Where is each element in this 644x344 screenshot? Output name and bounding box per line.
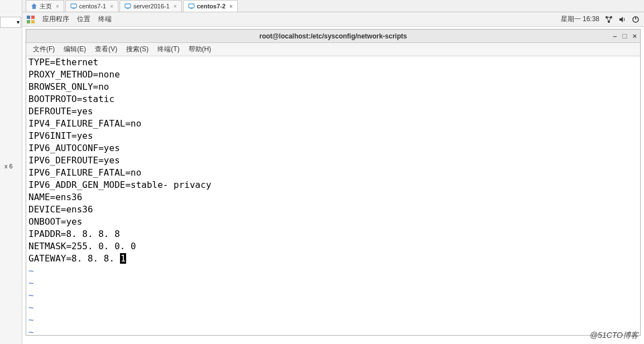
window-title: root@localhost:/etc/sysconfig/network-sc… [259,32,407,40]
tab-主页[interactable]: 主页× [26,0,64,12]
window-titlebar[interactable]: root@localhost:/etc/sysconfig/network-sc… [26,30,640,43]
vim-tilde: ~ [28,302,34,313]
left-dropdown[interactable]: ▾ [0,17,21,28]
menu-file[interactable]: 文件(F) [30,43,58,56]
cursor: 1 [120,253,127,264]
tab-centos7-2[interactable]: centos7-2× [183,0,238,12]
svg-rect-9 [31,20,35,23]
terminal-content[interactable]: TYPE=Ethernet PROXY_METHOD=none BROWSER_… [26,56,640,335]
menu-view[interactable]: 查看(V) [92,43,121,56]
svg-rect-3 [127,8,129,9]
left-sidebar: ▾ x 6 [0,0,22,344]
applications-menu[interactable]: 应用程序 [42,14,69,24]
svg-rect-8 [27,20,30,23]
menu-terminal[interactable]: 终端(T) [154,43,182,56]
minimize-button[interactable]: – [613,32,617,40]
vim-tilde: ~ [28,265,34,276]
tab-label: server2016-1 [133,3,170,9]
places-menu[interactable]: 位置 [77,14,90,24]
gnome-left: 应用程序 位置 终端 [27,14,112,24]
tab-label: centos7-1 [79,3,106,9]
close-icon[interactable]: × [56,3,59,9]
menu-help[interactable]: 帮助(H) [185,43,215,56]
maximize-button[interactable]: □ [623,32,627,40]
tab-label: 主页 [40,2,52,11]
vim-tilde: ~ [28,290,34,301]
vm-icon [188,3,195,9]
terminal-window: root@localhost:/etc/sysconfig/network-sc… [26,29,641,336]
volume-icon[interactable] [618,16,626,23]
close-button[interactable]: × [632,32,637,40]
vm-icon [70,3,77,9]
svg-rect-7 [31,16,35,19]
gnome-right: 星期一 16:38 [561,14,640,24]
vim-tilde: ~ [28,327,34,335]
menu-edit[interactable]: 编辑(E) [60,43,89,56]
vm-icon [124,3,131,9]
svg-rect-0 [71,4,76,8]
close-icon[interactable]: × [110,3,113,9]
left-label: x 6 [4,163,13,169]
vim-tilde: ~ [28,278,34,288]
app-launcher-icon[interactable] [27,16,35,23]
chevron-down-icon: ▾ [17,19,20,25]
main-area: 主页×centos7-1×server2016-1×centos7-2× 应用程… [22,0,644,344]
tab-bar: 主页×centos7-1×server2016-1×centos7-2× [22,0,644,12]
tab-label: centos7-2 [197,3,225,9]
gnome-topbar: 应用程序 位置 终端 星期一 16:38 [22,12,644,27]
vim-tilde: ~ [28,314,34,325]
svg-rect-1 [73,8,75,9]
watermark: @51CTO博客 [590,331,638,341]
svg-rect-2 [125,4,131,8]
close-icon[interactable]: × [174,3,177,9]
home-icon [31,3,37,9]
terminal-menubar: 文件(F) 编辑(E) 查看(V) 搜索(S) 终端(T) 帮助(H) [26,43,640,56]
terminal-menu-entry[interactable]: 终端 [98,14,112,24]
tab-server2016-1[interactable]: server2016-1× [119,0,182,12]
close-icon[interactable]: × [229,3,233,9]
menu-search[interactable]: 搜索(S) [123,43,152,56]
window-controls: – □ × [613,32,637,40]
tab-centos7-1[interactable]: centos7-1× [65,0,118,12]
datetime-label[interactable]: 星期一 16:38 [561,14,599,24]
svg-rect-6 [27,16,30,19]
svg-rect-4 [189,4,194,8]
svg-rect-5 [190,8,193,9]
network-icon[interactable] [605,16,613,23]
power-icon[interactable] [632,16,640,23]
